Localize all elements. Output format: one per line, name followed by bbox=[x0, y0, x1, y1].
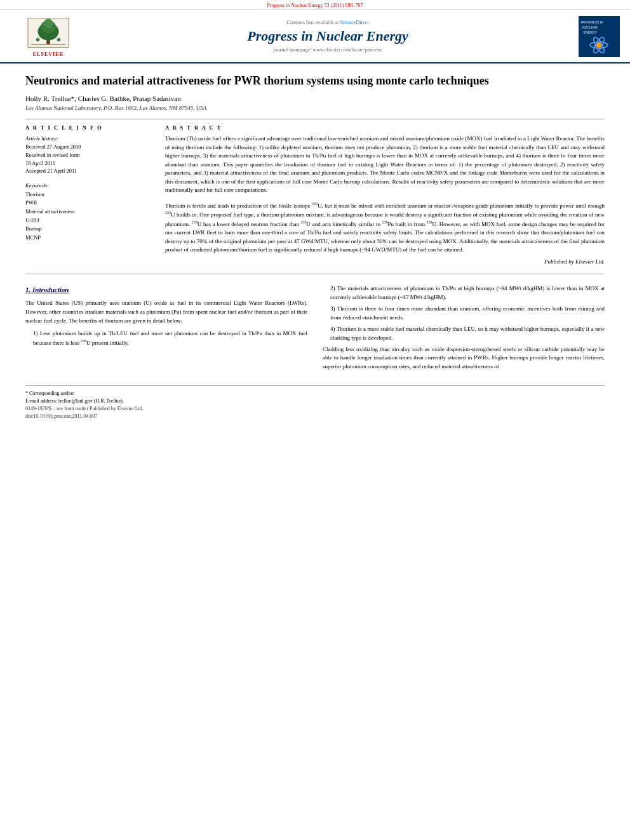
article-info-column: A R T I C L E I N F O Article history: R… bbox=[25, 124, 152, 265]
svg-point-4 bbox=[44, 19, 53, 29]
journal-title: Progress in Nuclear Energy bbox=[86, 28, 569, 44]
accepted-date: Accepted 21 April 2011 bbox=[25, 167, 152, 175]
introduction-section: 1. Introduction The United States (US) p… bbox=[25, 284, 605, 375]
footer: * Corresponding author. E-mail address: … bbox=[25, 385, 605, 424]
svg-point-7 bbox=[57, 38, 61, 42]
intro-list-item-3: 3) Thorium is three to four times more a… bbox=[330, 305, 605, 323]
intro-left-col: 1. Introduction The United States (US) p… bbox=[25, 284, 307, 375]
section-1-title: 1. Introduction bbox=[25, 284, 307, 295]
journal-header: ELSEVIER Contents lists available at Sci… bbox=[0, 10, 630, 63]
keywords-block: Keywords: Thorium PWR Material attractiv… bbox=[25, 182, 152, 242]
main-content: Neutronics and material attractiveness f… bbox=[0, 63, 630, 385]
intro-list-item-4: 4) Thorium is a more stable fuel materia… bbox=[330, 325, 605, 343]
sciencedirect-link[interactable]: ScienceDirect bbox=[340, 20, 369, 25]
elsevier-logo: ELSEVIER bbox=[10, 15, 86, 57]
journal-homepage: journal homepage: www.elsevier.com/locat… bbox=[86, 47, 569, 53]
keyword-2: PWR bbox=[25, 199, 152, 208]
abstract-paragraph-2: Thorium is fertile and leads to producti… bbox=[165, 201, 605, 255]
intro-right-col: 2) The materials attractiveness of pluto… bbox=[323, 284, 605, 375]
journal-icon: PROGRESS IN NUCLEAR ENERGY bbox=[579, 16, 620, 57]
divider-2 bbox=[25, 274, 605, 274]
copyright-text: 0149-1970/$ – see front matter Published… bbox=[25, 406, 144, 411]
article-info-abstract: A R T I C L E I N F O Article history: R… bbox=[25, 124, 605, 265]
svg-text:PROGRESS IN: PROGRESS IN bbox=[581, 20, 603, 24]
elsevier-branding: ELSEVIER bbox=[10, 15, 86, 57]
keyword-6: MCNP bbox=[25, 234, 152, 243]
copyright-notice: 0149-1970/$ – see front matter Published… bbox=[25, 405, 605, 413]
intro-list-item-2: 2) The materials attractiveness of pluto… bbox=[330, 284, 605, 302]
introduction-two-col: 1. Introduction The United States (US) p… bbox=[25, 284, 605, 375]
authors: Holly R. Trellue*, Charles G. Bathke, Pr… bbox=[25, 95, 605, 102]
article-info-heading: A R T I C L E I N F O bbox=[25, 124, 152, 131]
abstract-heading: A B S T R A C T bbox=[165, 124, 605, 131]
elsevier-tree-icon bbox=[23, 15, 74, 50]
divider-1 bbox=[25, 119, 605, 119]
keywords-label: Keywords: bbox=[25, 182, 152, 190]
affiliation: Los Alamos National Laboratory, P.O. Box… bbox=[25, 105, 605, 111]
keyword-4: U-233 bbox=[25, 217, 152, 225]
received-revised-date: 18 April 2011 bbox=[25, 159, 152, 168]
journal-title-section: Contents lists available at ScienceDirec… bbox=[86, 20, 569, 53]
svg-point-12 bbox=[596, 43, 601, 48]
published-by: Published by Elsevier Ltd. bbox=[165, 258, 605, 265]
abstract-column: A B S T R A C T Thorium (Th) oxide fuel … bbox=[165, 124, 605, 265]
keyword-5: Burnup bbox=[25, 225, 152, 234]
svg-text:NUCLEAR: NUCLEAR bbox=[582, 25, 598, 29]
svg-point-6 bbox=[36, 38, 40, 42]
doi-text: doi:10.1016/j.pnucene.2011.04.007 bbox=[25, 413, 97, 419]
elsevier-label: ELSEVIER bbox=[33, 51, 64, 57]
keyword-1: Thorium bbox=[25, 190, 152, 199]
received-revised-label: Received in revised form bbox=[25, 151, 152, 159]
svg-text:ENERGY: ENERGY bbox=[584, 30, 598, 34]
intro-paragraph-1: The United States (US) primarily uses ur… bbox=[25, 299, 307, 326]
email-note: E-mail address: trellue@lanl.gov (H.R. T… bbox=[25, 397, 605, 405]
corresponding-author-note: * Corresponding author. bbox=[25, 390, 605, 397]
sciencedirect-info: Contents lists available at ScienceDirec… bbox=[86, 20, 569, 25]
volume-text: Progress in Nuclear Energy 53 (2011) 698… bbox=[267, 3, 363, 8]
keyword-3: Material attractiveness bbox=[25, 208, 152, 217]
article-history: Article history: Received 27 August 2010… bbox=[25, 135, 152, 175]
intro-cladding-paragraph: Cladding less oxidizing than zircaloy su… bbox=[323, 345, 605, 372]
received-date: Received 27 August 2010 bbox=[25, 143, 152, 151]
intro-list-item-1: 1) Less plutonium builds up in Th/LEU fu… bbox=[33, 330, 307, 348]
article-title: Neutronics and material attractiveness f… bbox=[25, 74, 605, 88]
journal-icon-area: PROGRESS IN NUCLEAR ENERGY bbox=[569, 16, 620, 57]
doi-line: doi:10.1016/j.pnucene.2011.04.007 bbox=[25, 413, 605, 420]
abstract-paragraph-1: Thorium (Th) oxide fuel offers a signifi… bbox=[165, 135, 605, 195]
volume-info: Progress in Nuclear Energy 53 (2011) 698… bbox=[0, 0, 630, 10]
history-label: Article history: bbox=[25, 135, 152, 143]
